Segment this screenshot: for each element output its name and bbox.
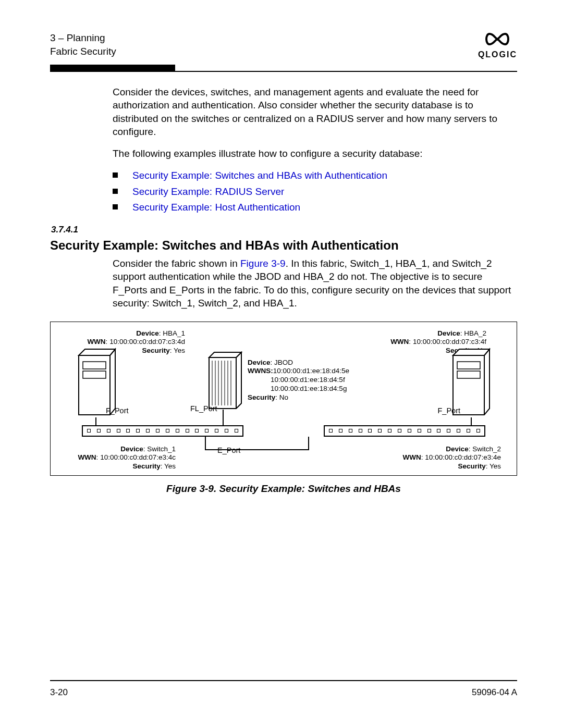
figure-caption: Figure 3-9. Security Example: Switches a… (50, 483, 517, 495)
link-radius-server[interactable]: Security Example: RADIUS Server (132, 184, 284, 200)
chapter-label: 3 – Planning (50, 31, 116, 45)
switch2-icon (324, 425, 485, 437)
section-label: Fabric Security (50, 45, 116, 58)
bullet-1: Security Example: Switches and HBAs with… (113, 168, 517, 183)
intro-para-2: The following examples illustrate how to… (113, 147, 517, 160)
svg-rect-3 (83, 362, 106, 369)
fport1-label: F_Port (106, 406, 129, 415)
header-rule (50, 65, 517, 72)
sw2-label: Device: Switch_2 WWN: 10:00:00:c0:dd:07:… (391, 445, 501, 472)
switch1-icon (82, 425, 243, 437)
section-number: 3.7.4.1 (51, 225, 517, 235)
svg-marker-11 (209, 352, 241, 357)
doc-id: 59096-04 A (472, 687, 517, 698)
qlogic-logo: QLOGIC (478, 31, 517, 59)
footer-rule (50, 680, 517, 681)
link-switches-hbas[interactable]: Security Example: Switches and HBAs with… (132, 168, 387, 183)
bullet-2: Security Example: RADIUS Server (113, 184, 517, 200)
section-title: Security Example: Switches and HBAs with… (50, 238, 517, 253)
figure-ref-link[interactable]: Figure 3-9 (240, 258, 286, 269)
sw1-label: Device: Switch_1 WWN: 10:00:00:c0:dd:07:… (66, 445, 176, 472)
eport-label: E_Port (217, 446, 240, 454)
bullet-square-icon (113, 172, 118, 178)
bullet-square-icon (113, 189, 118, 194)
fport2-label: F_Port (437, 406, 460, 415)
link-host-auth[interactable]: Security Example: Host Authentication (132, 200, 300, 215)
flport-label: FL_Port (190, 404, 217, 413)
jbod-label: Device: JBOD WWNS:10:00:00:d1:ee:18:d4:5… (248, 359, 349, 402)
svg-rect-8 (457, 362, 480, 369)
figure-3-9: Device: HBA_1 WWN: 10:00:00:c0:dd:07:c3:… (50, 322, 517, 476)
svg-rect-9 (457, 371, 480, 378)
page-number: 3-20 (50, 687, 68, 698)
svg-marker-6 (453, 349, 489, 355)
header-text: 3 – Planning Fabric Security (50, 31, 116, 58)
bullet-3: Security Example: Host Authentication (113, 200, 517, 215)
intro-para-1: Consider the devices, switches, and mana… (113, 85, 517, 139)
logo-text: QLOGIC (478, 50, 517, 59)
section-para: Consider the fabric shown in Figure 3-9.… (113, 257, 517, 310)
bullet-square-icon (113, 204, 118, 209)
svg-marker-1 (79, 349, 115, 355)
section-para-a: Consider the fabric shown in (113, 258, 240, 269)
svg-rect-4 (83, 371, 106, 378)
jbod-icon (207, 351, 243, 411)
logo-mark-icon (478, 31, 517, 49)
